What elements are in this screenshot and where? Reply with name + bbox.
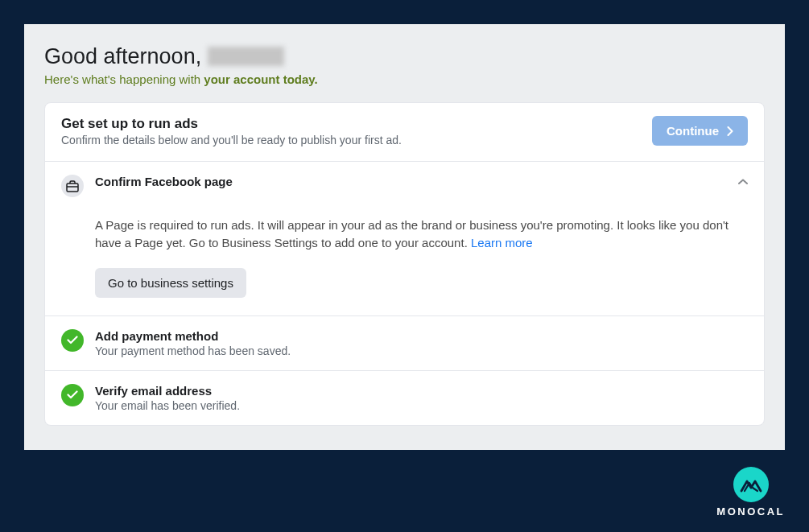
greeting-subtext: Here's what's happening with your accoun… — [44, 72, 765, 86]
checkmark-icon — [61, 329, 84, 352]
setup-card-header: Get set up to run ads Confirm the detail… — [45, 103, 764, 162]
step-expanded-body: A Page is required to run ads. It will a… — [61, 217, 748, 298]
step-title-row: Confirm Facebook page — [95, 175, 748, 188]
setup-card: Get set up to run ads Confirm the detail… — [44, 102, 765, 426]
setup-subtitle: Confirm the details below and you'll be … — [61, 134, 402, 146]
step-content: Add payment method Your payment method h… — [95, 329, 748, 357]
step-confirm-page: Confirm Facebook page A Page is required… — [45, 162, 764, 316]
user-name-redacted — [208, 47, 284, 66]
chevron-right-icon — [727, 126, 733, 136]
brand-logo-text: MONOCAL — [716, 505, 785, 518]
step-title: Verify email address — [95, 384, 748, 398]
page-container: Good afternoon, Here's what's happening … — [24, 24, 785, 450]
briefcase-icon — [61, 175, 84, 197]
step-row: Add payment method Your payment method h… — [61, 329, 748, 357]
step-row: Verify email address Your email has been… — [61, 384, 748, 412]
go-to-business-settings-button[interactable]: Go to business settings — [95, 268, 246, 298]
learn-more-link[interactable]: Learn more — [471, 236, 533, 250]
setup-title: Get set up to run ads — [61, 116, 402, 132]
step-row[interactable]: Confirm Facebook page — [61, 175, 748, 197]
step-content: Verify email address Your email has been… — [95, 384, 748, 412]
brand-logo: MONOCAL — [716, 467, 785, 518]
step-title: Confirm Facebook page — [95, 175, 233, 188]
step-title: Add payment method — [95, 329, 748, 343]
subgreeting-strong: your account today. — [204, 72, 317, 86]
continue-button[interactable]: Continue — [652, 116, 748, 146]
step-body-text: A Page is required to run ads. It will a… — [95, 217, 748, 252]
step-body-main: A Page is required to run ads. It will a… — [95, 218, 729, 250]
step-add-payment[interactable]: Add payment method Your payment method h… — [45, 316, 764, 371]
step-desc: Your email has been verified. — [95, 399, 748, 412]
continue-button-label: Continue — [667, 124, 719, 138]
setup-card-header-text: Get set up to run ads Confirm the detail… — [61, 116, 402, 146]
step-content: Confirm Facebook page — [95, 175, 748, 188]
svg-rect-0 — [67, 184, 78, 192]
greeting-prefix: Good afternoon, — [44, 44, 208, 68]
chevron-up-icon[interactable] — [738, 179, 748, 185]
subgreeting-prefix: Here's what's happening with — [44, 72, 204, 86]
greeting-heading: Good afternoon, — [44, 44, 765, 69]
brand-logo-mark — [733, 467, 769, 502]
checkmark-icon — [61, 384, 84, 406]
step-desc: Your payment method has been saved. — [95, 344, 748, 357]
step-verify-email[interactable]: Verify email address Your email has been… — [45, 371, 764, 425]
